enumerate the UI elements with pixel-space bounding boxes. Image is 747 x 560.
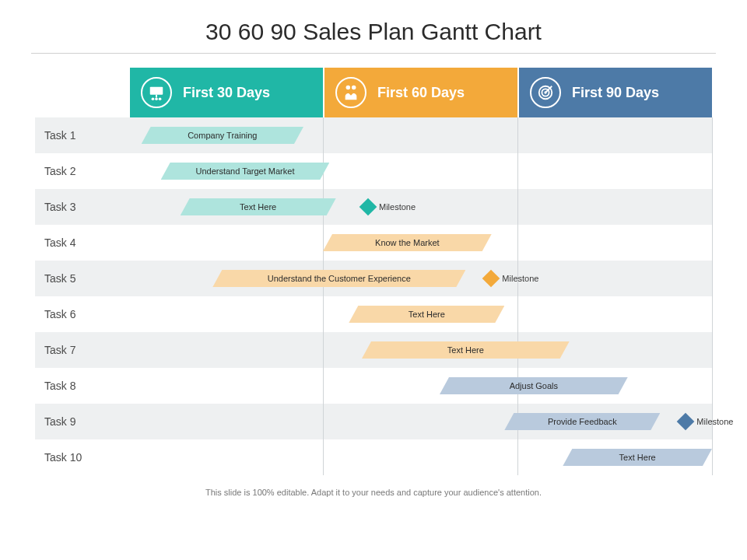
table-row: Task 3Text HereMilestone <box>35 189 712 225</box>
presentation-icon <box>141 77 172 108</box>
task-label: Task 6 <box>35 308 128 320</box>
table-row: Task 10Text Here <box>35 439 712 475</box>
page-title: 30 60 90 Sales Plan Gantt Chart <box>31 19 716 45</box>
gantt-chart: First 30 Days First 60 Days First 90 Day… <box>35 68 712 475</box>
svg-point-5 <box>346 86 351 90</box>
gantt-bar: Understand the Customer Experience <box>212 270 465 287</box>
svg-point-6 <box>352 86 356 90</box>
table-row: Task 9Provide FeedbackMilestone <box>35 404 712 439</box>
gantt-track: Know the Market <box>128 225 712 261</box>
gantt-track: Text Here <box>128 296 712 332</box>
phase-90: First 90 Days <box>517 68 712 117</box>
milestone: Milestone <box>362 201 416 213</box>
gantt-bar: Know the Market <box>323 234 492 251</box>
target-icon <box>530 77 561 108</box>
divider <box>31 53 716 54</box>
svg-point-2 <box>152 97 155 100</box>
task-label: Task 10 <box>35 451 128 464</box>
milestone-label: Milestone <box>696 417 733 426</box>
handshake-icon <box>335 77 366 108</box>
svg-rect-0 <box>150 87 163 95</box>
phase-30: First 30 Days <box>128 68 323 117</box>
table-row: Task 7Text Here <box>35 332 712 368</box>
task-label: Task 1 <box>35 129 128 142</box>
gantt-track: Text HereMilestone <box>128 189 712 225</box>
svg-point-4 <box>159 97 162 100</box>
gantt-track: Company Training <box>128 117 712 153</box>
phase-60: First 60 Days <box>323 68 517 117</box>
phase-label: First 90 Days <box>572 85 659 101</box>
gantt-rows: Task 1Company TrainingTask 2Understand T… <box>35 117 712 475</box>
gantt-track: Provide FeedbackMilestone <box>128 404 712 439</box>
phase-header: First 30 Days First 60 Days First 90 Day… <box>35 68 712 117</box>
gantt-bar: Text Here <box>181 198 336 215</box>
task-label: Task 5 <box>35 272 128 285</box>
milestone: Milestone <box>485 272 538 285</box>
table-row: Task 1Company Training <box>35 117 712 153</box>
phase-label: First 30 Days <box>183 85 270 101</box>
svg-rect-1 <box>156 95 157 98</box>
milestone-label: Milestone <box>502 274 538 283</box>
task-label: Task 2 <box>35 165 128 177</box>
milestone-label: Milestone <box>379 202 416 212</box>
gantt-track: Text Here <box>128 332 712 368</box>
task-label: Task 8 <box>35 380 128 392</box>
table-row: Task 5Understand the Customer Experience… <box>35 261 712 296</box>
table-row: Task 6Text Here <box>35 296 712 332</box>
task-label: Task 3 <box>35 201 128 213</box>
gantt-bar: Company Training <box>142 127 303 144</box>
gantt-bar: Text Here <box>563 449 712 466</box>
gantt-bar: Text Here <box>349 306 504 323</box>
gantt-track: Understand the Customer ExperienceMilest… <box>128 261 712 296</box>
gantt-track: Text Here <box>128 439 712 475</box>
svg-point-3 <box>155 97 158 100</box>
table-row: Task 4Know the Market <box>35 225 712 261</box>
footer-note: This slide is 100% editable. Adapt it to… <box>31 488 716 497</box>
table-row: Task 2Understand Target Market <box>35 153 712 189</box>
gantt-track: Understand Target Market <box>128 153 712 189</box>
task-label: Task 9 <box>35 415 128 428</box>
diamond-icon <box>677 413 695 431</box>
gantt-track: Adjust Goals <box>128 368 712 404</box>
gantt-bar: Adjust Goals <box>440 377 628 394</box>
gantt-bar: Provide Feedback <box>504 413 660 430</box>
phase-label: First 60 Days <box>377 85 465 101</box>
gantt-bar: Understand Target Market <box>161 163 330 180</box>
diamond-icon <box>359 198 377 216</box>
gantt-bar: Text Here <box>362 341 570 359</box>
task-label: Task 4 <box>35 236 128 249</box>
table-row: Task 8Adjust Goals <box>35 368 712 404</box>
diamond-icon <box>482 270 500 288</box>
task-label: Task 7 <box>35 344 128 356</box>
milestone: Milestone <box>679 415 733 428</box>
